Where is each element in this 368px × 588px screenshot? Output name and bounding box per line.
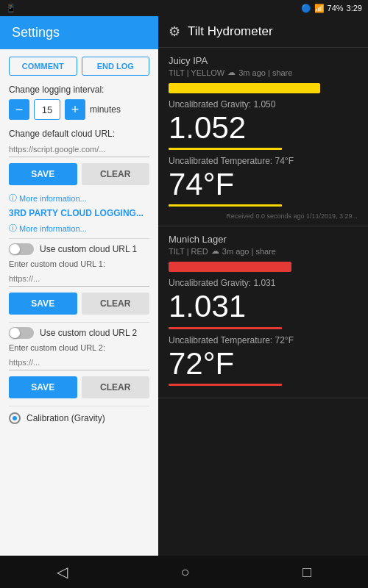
status-left: 📱 — [6, 4, 16, 13]
color-bar-container-2 — [169, 262, 358, 272]
temp-label-1: Uncalibrated Temperature: 74°F — [169, 156, 358, 166]
time-display: 3:29 — [347, 4, 362, 12]
gravity-underline-1 — [169, 148, 282, 150]
end-log-tab[interactable]: END LOG — [82, 57, 150, 76]
temp-value-1: 74°F — [169, 168, 358, 201]
more-info-link-2[interactable]: ⓘ More information... — [9, 223, 149, 234]
settings-title: Settings — [12, 25, 60, 40]
custom-url-2-toggle-label: Use custom cloud URL 2 — [40, 328, 137, 338]
temp-value-2: 72°F — [169, 347, 358, 381]
color-bar-container-1 — [169, 83, 358, 93]
divider-2 — [9, 322, 149, 323]
cloud-url-input[interactable] — [9, 142, 149, 157]
settings-header: Settings — [0, 16, 158, 49]
tilt-header-title: Tilt Hydrometer — [188, 24, 273, 39]
custom-url-1-toggle[interactable] — [9, 243, 34, 255]
interval-input[interactable] — [34, 99, 60, 120]
custom-url-1-toggle-label: Use custom cloud URL 1 — [40, 244, 137, 254]
tilt-header: ⚙ Tilt Hydrometer — [158, 16, 368, 48]
divider-1 — [9, 238, 149, 239]
beer-name-2: Munich Lager — [169, 234, 358, 245]
more-info-link-1[interactable]: ⓘ More information... — [9, 193, 149, 204]
tab-row: COMMENT END LOG — [9, 57, 149, 76]
back-button[interactable]: ◁ — [42, 557, 82, 587]
save-button-3[interactable]: SAVE — [9, 376, 77, 398]
calibration-radio[interactable] — [9, 412, 21, 424]
calibration-label: Calibration (Gravity) — [26, 413, 105, 423]
wifi-icon: 📶 — [314, 4, 325, 13]
beer-card-1: Juicy IPA TILT | YELLOW ☁ 3m ago | share… — [158, 48, 368, 226]
cloud-icon-2: ☁ — [211, 246, 219, 256]
settings-panel: Settings COMMENT END LOG Change logging … — [0, 16, 158, 556]
divider-3 — [9, 406, 149, 406]
increment-button[interactable]: + — [65, 99, 85, 120]
toggle-row-2: Use custom cloud URL 2 — [9, 327, 149, 339]
interval-row: − + minutes — [9, 99, 149, 120]
save-clear-row-1: SAVE CLEAR — [9, 163, 149, 185]
gravity-underline-2 — [169, 327, 282, 329]
save-button-1[interactable]: SAVE — [9, 163, 77, 185]
settings-body: COMMENT END LOG Change logging interval:… — [0, 49, 158, 556]
beer-time-2: 3m ago | share — [222, 247, 276, 256]
enter-url-1-label: Enter custom cloud URL 1: — [9, 259, 149, 268]
temp-underline-1 — [169, 204, 282, 207]
comment-tab[interactable]: COMMENT — [9, 57, 77, 76]
calibration-row: Calibration (Gravity) — [9, 412, 149, 424]
custom-url-2-toggle[interactable] — [9, 327, 34, 339]
cloud-icon-1: ☁ — [227, 68, 236, 77]
clear-button-2[interactable]: CLEAR — [82, 293, 150, 315]
gravity-label-2: Uncalibrated Gravity: 1.031 — [169, 278, 358, 288]
more-info-text-2: More information... — [19, 224, 87, 233]
status-bar: 📱 🔵 📶 74% 3:29 — [0, 0, 368, 16]
radio-inner — [13, 416, 17, 420]
tilt-meta-2: TILT | RED — [169, 247, 208, 256]
save-clear-row-3: SAVE CLEAR — [9, 376, 149, 398]
cloud-url-label: Change default cloud URL: — [9, 129, 149, 139]
save-clear-row-2: SAVE CLEAR — [9, 293, 149, 315]
bottom-nav: ◁ ○ □ — [0, 556, 368, 588]
gravity-value-1: 1.052 — [169, 111, 358, 145]
logging-interval-label: Change logging interval: — [9, 85, 149, 95]
tilt-panel: ⚙ Tilt Hydrometer Juicy IPA TILT | YELLO… — [158, 16, 368, 556]
beer-meta-1: TILT | YELLOW ☁ 3m ago | share — [169, 68, 358, 77]
status-phone-icon: 📱 — [6, 4, 16, 13]
received-text-1: Received 0.0 seconds ago 1/11/2019, 3:29… — [169, 212, 358, 220]
clear-button-3[interactable]: CLEAR — [82, 376, 150, 398]
gravity-label-1: Uncalibrated Gravity: 1.050 — [169, 99, 358, 110]
beer-card-2: Munich Lager TILT | RED ☁ 3m ago | share… — [158, 226, 368, 398]
home-button[interactable]: ○ — [166, 558, 204, 587]
main-area: Settings COMMENT END LOG Change logging … — [0, 16, 368, 556]
tilt-meta-1: TILT | YELLOW — [169, 68, 224, 77]
custom-url-1-input[interactable] — [9, 271, 149, 287]
info-icon-2: ⓘ — [9, 223, 17, 234]
more-info-text-1: More information... — [19, 194, 87, 203]
gravity-value-2: 1.031 — [169, 290, 358, 323]
custom-url-2-input[interactable] — [9, 355, 149, 370]
battery-level: 74% — [328, 4, 344, 12]
decrement-button[interactable]: − — [9, 99, 29, 120]
save-button-2[interactable]: SAVE — [9, 293, 77, 315]
beer-name-1: Juicy IPA — [169, 55, 358, 66]
third-party-link[interactable]: 3RD PARTY CLOUD LOGGING... — [9, 208, 149, 218]
toggle-row-1: Use custom cloud URL 1 — [9, 243, 149, 255]
info-icon-1: ⓘ — [9, 193, 17, 204]
temp-underline-2 — [169, 384, 282, 386]
enter-url-2-label: Enter custom cloud URL 2: — [9, 343, 149, 352]
color-bar-2 — [169, 262, 291, 272]
minutes-label: minutes — [90, 104, 121, 115]
status-right: 🔵 📶 74% 3:29 — [301, 4, 362, 13]
beer-time-1: 3m ago | share — [238, 68, 292, 77]
gear-icon[interactable]: ⚙ — [169, 24, 180, 40]
clear-button-1[interactable]: CLEAR — [82, 163, 150, 185]
bluetooth-icon: 🔵 — [301, 4, 311, 13]
recent-button[interactable]: □ — [288, 558, 326, 587]
temp-label-2: Uncalibrated Temperature: 72°F — [169, 335, 358, 345]
beer-meta-2: TILT | RED ☁ 3m ago | share — [169, 246, 358, 256]
color-bar-1 — [169, 83, 320, 93]
